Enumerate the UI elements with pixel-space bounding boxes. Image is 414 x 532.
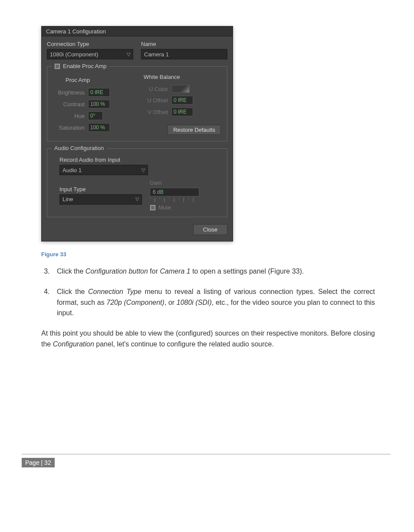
proc-amp-group: Enable Proc Amp Proc Amp Brightness 0 IR… bbox=[47, 66, 227, 141]
proc-amp-heading: Proc Amp bbox=[66, 77, 131, 83]
connection-type-select[interactable]: 1080i (Component) ▽ bbox=[47, 49, 133, 59]
name-input[interactable]: Camera 1 bbox=[141, 49, 227, 59]
audio-config-heading: Audio Configuration bbox=[52, 145, 106, 151]
white-balance-heading: White Balance bbox=[144, 74, 221, 80]
enable-proc-amp-label: Enable Proc Amp bbox=[63, 63, 106, 69]
dropdown-icon: ▽ bbox=[139, 167, 145, 173]
input-type-value: Line bbox=[62, 196, 73, 202]
name-label: Name bbox=[141, 41, 227, 47]
u-color-swatch[interactable] bbox=[171, 85, 190, 93]
record-audio-value: Audio 1 bbox=[62, 167, 82, 173]
input-type-select[interactable]: Line ▽ bbox=[59, 194, 142, 205]
audio-config-group: Audio Configuration Record Audio from In… bbox=[47, 148, 227, 217]
v-offset-label: V Offset bbox=[144, 109, 168, 115]
name-value: Camera 1 bbox=[144, 51, 169, 58]
dropdown-icon: ▽ bbox=[124, 52, 130, 57]
step-3: Click the Configuration button for Camer… bbox=[52, 266, 375, 277]
record-audio-select[interactable]: Audio 1 ▽ bbox=[59, 165, 148, 175]
instruction-list: Click the Configuration button for Camer… bbox=[41, 266, 375, 319]
gain-value[interactable]: 6 dB bbox=[150, 188, 199, 196]
dialog-title: Camera 1 Configuration bbox=[42, 26, 233, 36]
paragraph: At this point you should be able to view… bbox=[41, 328, 375, 350]
connection-type-value: 1080i (Component) bbox=[50, 51, 98, 58]
step-4: Click the Connection Type menu to reveal… bbox=[52, 287, 375, 319]
dropdown-icon: ▽ bbox=[133, 196, 139, 202]
hue-label: Hue bbox=[53, 113, 85, 119]
input-type-label: Input Type bbox=[59, 186, 142, 193]
record-audio-label: Record Audio from Input bbox=[59, 157, 221, 163]
close-button[interactable]: Close bbox=[193, 224, 227, 235]
dialog-body: Connection Type 1080i (Component) ▽ Name… bbox=[42, 36, 233, 241]
contrast-value[interactable]: 100 % bbox=[88, 100, 110, 108]
brightness-value[interactable]: 0 IRE bbox=[88, 88, 110, 97]
gain-label: Gain bbox=[150, 180, 199, 186]
mute-label: Mute bbox=[158, 204, 171, 211]
saturation-value[interactable]: 100 % bbox=[88, 123, 110, 132]
hue-value[interactable]: 0° bbox=[88, 111, 103, 120]
connection-type-label: Connection Type bbox=[47, 41, 133, 47]
u-offset-value[interactable]: 0 IRE bbox=[171, 96, 193, 104]
restore-defaults-button[interactable]: Restore Defaults bbox=[168, 125, 221, 135]
brightness-label: Brightness bbox=[53, 89, 85, 96]
gain-slider-ticks: ' | ' | ' | ' | ' | bbox=[150, 197, 197, 202]
figure-caption: Figure 33 bbox=[41, 251, 392, 258]
v-offset-value[interactable]: 0 IRE bbox=[171, 108, 193, 116]
saturation-label: Saturation bbox=[53, 124, 85, 131]
mute-checkbox[interactable] bbox=[150, 205, 156, 211]
u-offset-label: U Offset bbox=[144, 97, 168, 104]
camera-config-dialog: Camera 1 Configuration Connection Type 1… bbox=[41, 26, 233, 242]
enable-proc-amp-checkbox[interactable] bbox=[54, 63, 60, 69]
u-color-label: U Color bbox=[144, 86, 168, 92]
contrast-label: Contrast bbox=[53, 101, 85, 108]
